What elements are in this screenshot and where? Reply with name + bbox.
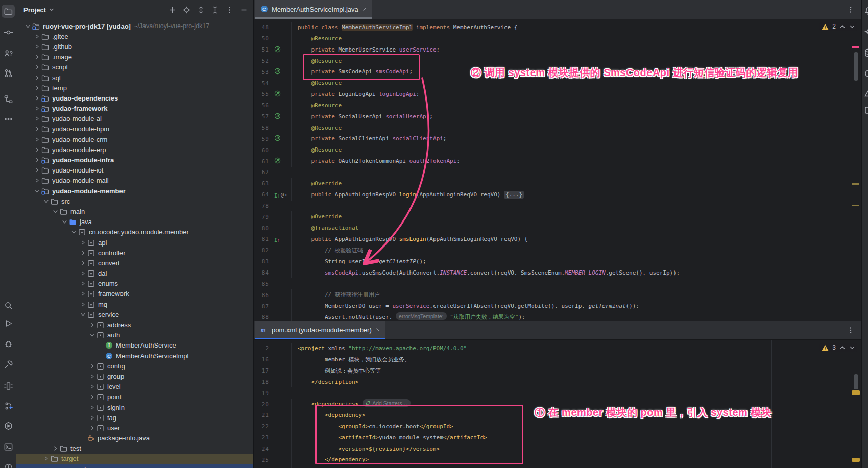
chevron-down-icon[interactable] xyxy=(60,218,69,225)
chevron-right-icon[interactable] xyxy=(33,167,41,174)
chevron-right-icon[interactable] xyxy=(79,260,87,266)
code-text[interactable]: <dependency> xyxy=(291,410,861,421)
chevron-right-icon[interactable] xyxy=(33,75,41,81)
implements-icon[interactable]: I↑ xyxy=(274,235,280,244)
tree-item-yudao-module-bpm[interactable]: yudao-module-bpm xyxy=(16,124,253,134)
chevron-right-icon[interactable] xyxy=(79,270,87,277)
chevron-right-icon[interactable] xyxy=(42,455,51,462)
code-text[interactable]: @Resource xyxy=(291,56,861,67)
inlay-hint[interactable]: Add Starters… xyxy=(363,399,411,407)
tree-item-package-info.java[interactable]: package-info.java xyxy=(16,433,253,444)
tree-item-src[interactable]: src xyxy=(16,196,253,206)
code-text[interactable]: </dependency> xyxy=(291,454,861,465)
chevron-right-icon[interactable] xyxy=(33,126,41,132)
chevron-right-icon[interactable] xyxy=(33,146,41,153)
scrollbar-thumb[interactable] xyxy=(854,374,858,389)
bean-injection-icon[interactable] xyxy=(274,157,281,166)
code-text[interactable]: MemberUserDO user = userService.createUs… xyxy=(291,301,861,312)
chevron-right-icon[interactable] xyxy=(88,383,97,390)
chevron-right-icon[interactable] xyxy=(33,85,41,91)
code-text[interactable]: public AppAuthLoginRespVO login(AppAuthL… xyxy=(291,189,861,201)
tree-item-yudao-module-infra[interactable]: yudao-module-infra xyxy=(16,155,253,165)
folded-code[interactable]: {...} xyxy=(504,191,524,199)
chevron-down-icon[interactable] xyxy=(79,311,87,318)
chevron-down-icon[interactable] xyxy=(23,23,32,30)
chevron-right-icon[interactable] xyxy=(79,280,87,287)
debug-icon[interactable] xyxy=(2,337,15,350)
chevron-right-icon[interactable] xyxy=(88,322,97,328)
chevron-right-icon[interactable] xyxy=(33,115,41,122)
code-text[interactable]: String userIp = getClientIP(); xyxy=(291,256,861,267)
code-text[interactable]: <version>${revision}</version> xyxy=(291,444,861,455)
maven-side-icon[interactable] xyxy=(863,89,868,99)
chevron-right-icon[interactable] xyxy=(88,373,97,380)
tree-item-script[interactable]: script xyxy=(16,62,253,72)
tree-item-address[interactable]: address xyxy=(16,319,253,330)
code-text[interactable]: private MemberUserService userService; xyxy=(291,44,861,56)
chevron-right-icon[interactable] xyxy=(33,54,41,60)
chevron-right-icon[interactable] xyxy=(88,414,97,421)
code-text[interactable]: @Resource xyxy=(291,78,861,89)
services-icon[interactable] xyxy=(2,419,15,432)
tree-item-pom.xml[interactable]: mpom.xml xyxy=(16,464,253,468)
tree-item-config[interactable]: config xyxy=(16,361,253,371)
problems-icon[interactable] xyxy=(2,461,15,468)
tree-item-yudao-module-mall[interactable]: yudao-module-mall xyxy=(16,176,253,186)
code-text[interactable]: @Resource xyxy=(291,122,861,134)
tree-item-temp[interactable]: temp xyxy=(16,83,253,93)
tree-item-.image[interactable]: .image xyxy=(16,52,253,62)
tree-item-yudao-module-iot[interactable]: yudao-module-iot xyxy=(16,165,253,176)
chevron-right-icon[interactable] xyxy=(33,43,41,50)
search-icon[interactable] xyxy=(2,299,15,312)
tree-item-tag[interactable]: tag xyxy=(16,412,253,423)
tab-member-auth-service-impl[interactable]: C MemberAuthServiceImpl.java xyxy=(255,0,372,19)
xml-editor[interactable]: 2<project xmlns="http://maven.apache.org… xyxy=(254,340,861,468)
tree-item-framework[interactable]: framework xyxy=(16,289,253,299)
chevron-down-icon[interactable] xyxy=(69,229,78,235)
tree-item-memberauthserviceimpl[interactable]: CMemberAuthServiceImpl xyxy=(16,351,253,361)
chevron-right-icon[interactable] xyxy=(33,105,41,112)
project-panel-title[interactable]: Project xyxy=(23,6,46,14)
code-text[interactable]: Assert.notNull(user, errorMsgTemplate: "… xyxy=(291,312,861,321)
chevron-down-icon[interactable] xyxy=(88,332,97,338)
chevron-right-icon[interactable] xyxy=(51,445,60,452)
chevron-right-icon[interactable] xyxy=(33,177,41,184)
gradle-icon[interactable] xyxy=(863,68,868,79)
code-text[interactable]: <dependencies>Add Starters… xyxy=(291,399,861,410)
code-text[interactable]: private SocialUserApi socialUserApi; xyxy=(291,111,861,122)
chevron-right-icon[interactable] xyxy=(33,157,41,163)
tree-item-test[interactable]: test xyxy=(16,444,253,454)
tree-item-yudao-module-erp[interactable]: yudao-module-erp xyxy=(16,144,253,155)
tree-item-yudao-framework[interactable]: yudao-framework xyxy=(16,104,253,114)
pull-requests-icon[interactable] xyxy=(2,66,15,80)
run-icon[interactable] xyxy=(2,316,15,330)
tree-item-target[interactable]: target xyxy=(16,454,253,464)
bean-injection-icon[interactable] xyxy=(274,67,281,77)
tab-pom-xml[interactable]: m pom.xml (yudao-module-member) xyxy=(255,321,385,339)
structure-icon[interactable] xyxy=(2,92,15,106)
chevron-right-icon[interactable] xyxy=(79,290,87,297)
chevron-down-icon[interactable] xyxy=(33,188,41,194)
more-options-icon[interactable] xyxy=(225,5,234,14)
chevron-right-icon[interactable] xyxy=(88,363,97,370)
code-text[interactable]: // 校验验证码 xyxy=(291,245,861,256)
tree-item-yudao-module-crm[interactable]: yudao-module-crm xyxy=(16,134,253,144)
tree-item-api[interactable]: api xyxy=(16,237,253,248)
learn-icon[interactable] xyxy=(2,46,15,60)
bean-injection-icon[interactable] xyxy=(274,112,281,121)
fold-arrow-icon[interactable]: › xyxy=(285,191,287,199)
collapse-all-icon[interactable] xyxy=(210,5,220,14)
more-icon[interactable] xyxy=(2,112,15,126)
chevron-right-icon[interactable] xyxy=(33,136,41,143)
tree-item-memberauthservice[interactable]: IMemberAuthService xyxy=(16,340,253,351)
editor-menu-icon[interactable] xyxy=(847,327,854,334)
code-text[interactable]: private SmsCodeApi smsCodeApi; xyxy=(291,66,861,78)
code-text[interactable]: // 获得获得注册用户 xyxy=(291,289,861,301)
terminal-icon[interactable] xyxy=(2,440,15,453)
tree-item-signin[interactable]: signin xyxy=(16,402,253,412)
java-editor[interactable]: 48public class MemberAuthServiceImpl imp… xyxy=(254,19,861,321)
tree-item-dal[interactable]: dal xyxy=(16,268,253,279)
close-icon[interactable] xyxy=(375,326,380,334)
code-text[interactable]: public AppAuthLoginRespVO smsLogin(AppAu… xyxy=(291,234,861,245)
tree-item-enums[interactable]: enums xyxy=(16,279,253,289)
